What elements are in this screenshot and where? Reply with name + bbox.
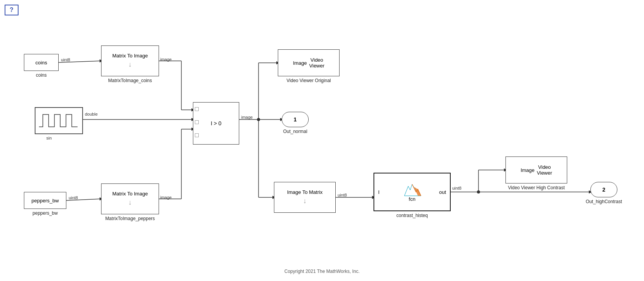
vv-orig-inner: Image Video Viewer xyxy=(293,57,325,69)
peppers-sublabel: peppers_bw xyxy=(24,210,66,216)
contrast-histeq-block[interactable]: I out fcn xyxy=(374,173,451,211)
itm-inner: Image To Matrix ↓ xyxy=(287,189,323,205)
vv-orig-sublabel: Video Viewer Original xyxy=(278,78,340,83)
video-viewer-high-block[interactable]: Image Video Viewer xyxy=(505,156,567,183)
peppers-label: peppers_bw xyxy=(32,198,59,204)
copyright-text: Copyright 2021 The MathWorks, Inc. xyxy=(284,269,360,274)
coins-source-label: coins xyxy=(35,60,47,66)
vv-orig-viewer-label: Viewer xyxy=(309,63,325,69)
sin-label: sin xyxy=(46,136,52,140)
svg-rect-34 xyxy=(35,108,83,134)
video-viewer-original-block[interactable]: Image Video Viewer xyxy=(278,49,340,76)
fcn-I-label: I xyxy=(378,189,380,195)
fcn-label: fcn xyxy=(409,196,415,202)
out-highcontrast-block[interactable]: 2 xyxy=(590,182,617,197)
vv-high-inner: Image Video Viewer xyxy=(521,164,552,176)
image-to-matrix-block[interactable]: Image To Matrix ↓ xyxy=(274,182,336,213)
coins-source-block[interactable]: coins xyxy=(24,54,59,71)
mti-peppers-image-label: image xyxy=(160,195,172,200)
mux-image-out-label: image xyxy=(241,115,253,119)
itm-label: Image To Matrix xyxy=(287,189,323,196)
histeq-uint8-out-label: uint8 xyxy=(452,186,461,190)
mti-coins-inner: Matrix To Image ↓ xyxy=(112,53,148,69)
peppers-source-block[interactable]: peppers_bw xyxy=(24,192,66,209)
svg-marker-37 xyxy=(414,187,421,196)
sin-block[interactable] xyxy=(35,107,83,134)
svg-point-14 xyxy=(257,118,260,121)
mti-peppers-label: Matrix To Image xyxy=(112,191,148,197)
mux-label: I > 0 xyxy=(211,120,221,126)
out-highcontrast-num: 2 xyxy=(602,187,605,193)
mti-coins-label: Matrix To Image xyxy=(112,53,148,59)
vv-high-image-label: Image xyxy=(521,167,534,173)
fcn-out-label: out xyxy=(439,189,446,195)
out-highcontrast-sublabel: Out_highContrast xyxy=(585,199,623,204)
mti-coins-arrow: ↓ xyxy=(128,60,132,69)
vv-orig-image-label: Image xyxy=(293,60,307,66)
out-normal-block[interactable]: 1 xyxy=(282,112,309,127)
out-normal-sublabel: Out_normal xyxy=(278,129,313,134)
mti-peppers-sublabel: MatrixToImage_peppers xyxy=(101,216,159,221)
mti-peppers-inner: Matrix To Image ↓ xyxy=(112,191,148,207)
mti-peppers-arrow: ↓ xyxy=(128,198,132,207)
mux-block[interactable]: I > 0 xyxy=(193,102,239,145)
peppers-uint8-label: uint8 xyxy=(69,195,78,200)
sin-double-label: double xyxy=(85,112,98,116)
coins-uint8-label: uint8 xyxy=(61,57,70,62)
itm-uint8-label: uint8 xyxy=(338,193,347,197)
matrix-to-image-coins-block[interactable]: Matrix To Image ↓ xyxy=(101,45,159,76)
help-button[interactable]: ? xyxy=(5,5,19,15)
vv-orig-video-label: Video xyxy=(311,57,323,63)
svg-point-26 xyxy=(477,190,480,194)
vv-high-video-label: Video xyxy=(538,164,551,170)
coins-source-sublabel: coins xyxy=(24,72,59,78)
vv-high-sublabel: Video Viewer High Contrast xyxy=(498,185,575,190)
mti-coins-image-label: image xyxy=(160,57,172,62)
matrix-to-image-peppers-block[interactable]: Matrix To Image ↓ xyxy=(101,183,159,214)
contrast-histeq-sublabel: contrast_histeq xyxy=(374,213,451,218)
connections-layer xyxy=(0,0,644,281)
matlab-logo xyxy=(402,182,422,198)
out-normal-num: 1 xyxy=(294,116,297,123)
mti-coins-sublabel: MatrixToImage_coins xyxy=(101,78,159,83)
vv-high-viewer-label: Viewer xyxy=(537,170,552,176)
itm-arrow: ↓ xyxy=(303,197,307,205)
